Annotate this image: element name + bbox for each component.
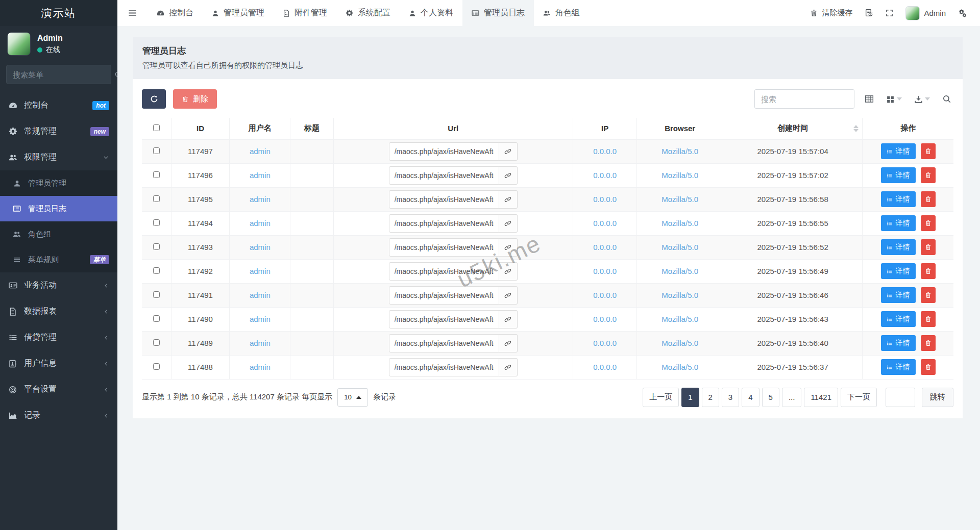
row-delete-button[interactable] bbox=[921, 167, 936, 183]
page-size-select[interactable]: 10 bbox=[337, 388, 368, 407]
detail-button[interactable]: 详情 bbox=[881, 287, 916, 303]
cell-ip-link[interactable]: 0.0.0.0 bbox=[593, 291, 617, 299]
open-url-button[interactable] bbox=[499, 142, 518, 161]
detail-button[interactable]: 详情 bbox=[881, 215, 916, 231]
cell-ip-link[interactable]: 0.0.0.0 bbox=[593, 267, 617, 275]
open-url-button[interactable] bbox=[499, 190, 518, 209]
url-input[interactable] bbox=[389, 190, 499, 209]
sidebar-item-loan[interactable]: 借贷管理 bbox=[0, 324, 117, 350]
sort-icon[interactable] bbox=[853, 125, 859, 132]
row-delete-button[interactable] bbox=[921, 287, 936, 303]
col-id[interactable]: ID bbox=[171, 118, 229, 139]
cell-ip-link[interactable]: 0.0.0.0 bbox=[593, 243, 617, 251]
url-input[interactable] bbox=[389, 334, 499, 352]
detail-button[interactable]: 详情 bbox=[881, 311, 916, 327]
open-url-button[interactable] bbox=[499, 358, 518, 376]
row-checkbox[interactable] bbox=[153, 363, 160, 370]
cell-ip-link[interactable]: 0.0.0.0 bbox=[593, 147, 617, 156]
cell-ip-link[interactable]: 0.0.0.0 bbox=[593, 363, 617, 371]
delete-button[interactable]: 删除 bbox=[173, 89, 217, 109]
tab-attachment[interactable]: 附件管理 bbox=[274, 0, 336, 26]
pagination-page-3[interactable]: 3 bbox=[722, 388, 739, 407]
col-url[interactable]: Url bbox=[333, 118, 573, 139]
open-url-button[interactable] bbox=[499, 238, 518, 257]
cell-ip-link[interactable]: 0.0.0.0 bbox=[593, 195, 617, 204]
sidebar-item-user-info[interactable]: 用户信息 bbox=[0, 350, 117, 376]
tab-admin-manage[interactable]: 管理员管理 bbox=[203, 0, 274, 26]
url-input[interactable] bbox=[389, 358, 499, 376]
cell-ip-link[interactable]: 0.0.0.0 bbox=[593, 171, 617, 180]
row-checkbox[interactable] bbox=[153, 195, 160, 202]
row-checkbox[interactable] bbox=[153, 315, 160, 322]
pagination-page-4[interactable]: 4 bbox=[742, 388, 759, 407]
row-checkbox[interactable] bbox=[153, 291, 160, 298]
col-title[interactable]: 标题 bbox=[290, 118, 333, 139]
cell-browser-link[interactable]: Mozilla/5.0 bbox=[662, 171, 698, 180]
detail-button[interactable]: 详情 bbox=[881, 191, 916, 207]
cell-username-link[interactable]: admin bbox=[250, 147, 271, 156]
cell-username-link[interactable]: admin bbox=[250, 219, 271, 228]
cell-browser-link[interactable]: Mozilla/5.0 bbox=[662, 195, 698, 204]
cell-username-link[interactable]: admin bbox=[250, 363, 271, 371]
tab-role-group[interactable]: 角色组 bbox=[534, 0, 589, 26]
jump-button[interactable]: 跳转 bbox=[922, 388, 953, 407]
cell-browser-link[interactable]: Mozilla/5.0 bbox=[662, 147, 698, 156]
fullscreen-icon[interactable] bbox=[886, 9, 893, 17]
pagination-prev[interactable]: 上一页 bbox=[643, 388, 679, 407]
open-url-button[interactable] bbox=[499, 214, 518, 233]
col-browser[interactable]: Browser bbox=[637, 118, 723, 139]
open-url-button[interactable] bbox=[499, 166, 518, 185]
sidebar-item-record[interactable]: 记录 bbox=[0, 402, 117, 428]
cell-browser-link[interactable]: Mozilla/5.0 bbox=[662, 363, 698, 371]
pagination-next[interactable]: 下一页 bbox=[841, 388, 877, 407]
url-input[interactable] bbox=[389, 310, 499, 329]
sidebar-item-general[interactable]: 常规管理 new bbox=[0, 118, 117, 144]
detail-button[interactable]: 详情 bbox=[881, 239, 916, 255]
detail-button[interactable]: 详情 bbox=[881, 167, 916, 183]
sidebar-item-dashboard[interactable]: 控制台 hot bbox=[0, 92, 117, 118]
sidebar-item-auth[interactable]: 权限管理 bbox=[0, 144, 117, 170]
open-url-button[interactable] bbox=[499, 310, 518, 329]
url-input[interactable] bbox=[389, 166, 499, 185]
detail-button[interactable]: 详情 bbox=[881, 335, 916, 351]
sidebar-item-platform[interactable]: 平台设置 bbox=[0, 376, 117, 402]
tab-system-config[interactable]: 系统配置 bbox=[336, 0, 400, 26]
sidebar-search-input[interactable] bbox=[13, 70, 114, 79]
row-checkbox[interactable] bbox=[153, 267, 160, 274]
pagination-page-last[interactable]: 11421 bbox=[804, 388, 838, 407]
cell-username-link[interactable]: admin bbox=[250, 291, 271, 299]
sidebar-item-admin-manage[interactable]: 管理员管理 bbox=[0, 170, 117, 196]
cell-ip-link[interactable]: 0.0.0.0 bbox=[593, 219, 617, 228]
row-delete-button[interactable] bbox=[921, 239, 936, 255]
detail-button[interactable]: 详情 bbox=[881, 359, 916, 375]
row-delete-button[interactable] bbox=[921, 263, 936, 279]
url-input[interactable] bbox=[389, 286, 499, 305]
url-input[interactable] bbox=[389, 142, 499, 161]
pagination-page-5[interactable]: 5 bbox=[762, 388, 779, 407]
pagination-page-2[interactable]: 2 bbox=[702, 388, 719, 407]
cell-username-link[interactable]: admin bbox=[250, 339, 271, 347]
detail-button[interactable]: 详情 bbox=[881, 263, 916, 279]
row-checkbox[interactable] bbox=[153, 171, 160, 178]
sidebar-item-business[interactable]: 业务活动 bbox=[0, 272, 117, 298]
pagination-page-1[interactable]: 1 bbox=[681, 388, 699, 407]
hamburger-icon[interactable] bbox=[117, 8, 148, 18]
cell-username-link[interactable]: admin bbox=[250, 195, 271, 204]
page-refresh-icon[interactable] bbox=[865, 9, 873, 17]
cell-ip-link[interactable]: 0.0.0.0 bbox=[593, 315, 617, 323]
cell-username-link[interactable]: admin bbox=[250, 243, 271, 251]
row-checkbox[interactable] bbox=[153, 147, 160, 154]
url-input[interactable] bbox=[389, 214, 499, 233]
row-checkbox[interactable] bbox=[153, 339, 160, 346]
detail-button[interactable]: 详情 bbox=[881, 143, 916, 159]
sidebar-item-role-group[interactable]: 角色组 bbox=[0, 221, 117, 247]
url-input[interactable] bbox=[389, 262, 499, 281]
cell-username-link[interactable]: admin bbox=[250, 171, 271, 180]
row-delete-button[interactable] bbox=[921, 191, 936, 207]
avatar[interactable] bbox=[7, 32, 31, 56]
user-menu[interactable]: Admin bbox=[905, 6, 946, 20]
cell-browser-link[interactable]: Mozilla/5.0 bbox=[662, 243, 698, 251]
row-delete-button[interactable] bbox=[921, 311, 936, 327]
select-all-checkbox[interactable] bbox=[153, 124, 160, 131]
row-delete-button[interactable] bbox=[921, 215, 936, 231]
